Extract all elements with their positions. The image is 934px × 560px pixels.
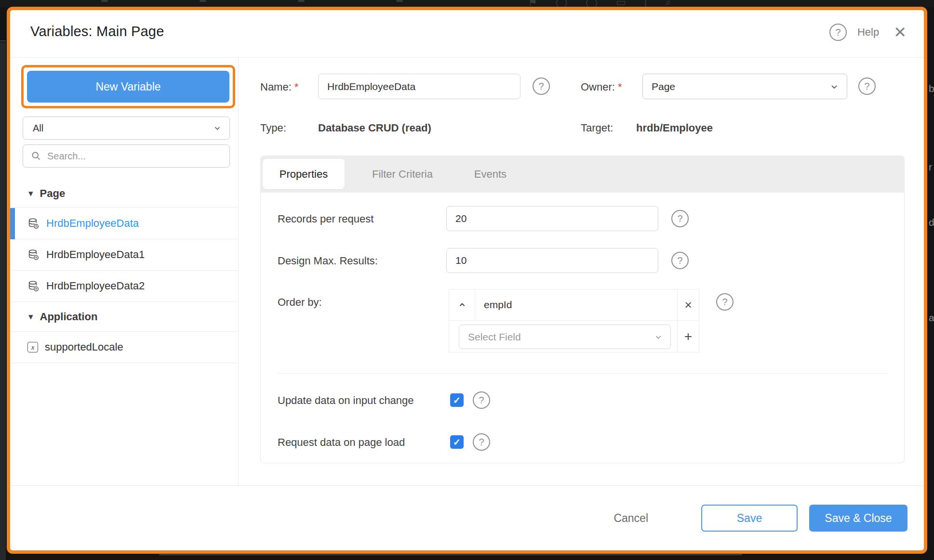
chevron-down-icon — [828, 81, 840, 92]
owner-select[interactable]: Page — [642, 74, 847, 99]
check-icon: ✓ — [453, 438, 461, 447]
variable-filter-value: All — [23, 123, 212, 134]
records-per-request-input[interactable] — [446, 206, 658, 231]
variable-filter-select[interactable]: All — [23, 117, 230, 140]
owner-help-icon[interactable]: ? — [858, 78, 876, 95]
records-per-request-help-icon[interactable]: ? — [671, 210, 689, 227]
database-crud-icon — [27, 218, 40, 230]
sort-direction-button[interactable] — [449, 289, 475, 321]
search-box — [23, 144, 230, 168]
sidebar-item-hrdbemployeedata[interactable]: HrdbEmployeeData — [10, 208, 239, 239]
section-divider — [278, 373, 888, 374]
name-label: Name:* — [260, 81, 298, 93]
check-icon: ✓ — [453, 396, 461, 405]
records-per-request-label: Records per request — [278, 213, 374, 225]
close-icon[interactable]: ✕ — [890, 25, 907, 40]
design-max-results-help-icon[interactable]: ? — [671, 252, 689, 269]
background-left-panel-line — [0, 40, 6, 41]
sidebar-section-application[interactable]: ▾ Application — [10, 302, 239, 332]
sidebar-section-page[interactable]: ▾ Page — [10, 180, 239, 208]
name-input[interactable] — [318, 74, 520, 99]
new-variable-highlight: New Variable — [21, 65, 235, 108]
owner-label: Owner:* — [581, 81, 622, 93]
tab-events[interactable]: Events — [460, 168, 520, 181]
background-clipped-text: r — [929, 161, 932, 173]
update-on-input-change-label: Update data on input change — [278, 394, 414, 407]
select-field-placeholder: Select Field — [459, 331, 653, 343]
variable-detail-panel: Name:* ? Owner:* Page ? Type: Database C… — [239, 58, 924, 485]
remove-order-button[interactable]: × — [677, 289, 699, 321]
request-on-page-load-label: Request data on page load — [278, 436, 405, 449]
design-max-results-label: Design Max. Results: — [278, 255, 378, 267]
required-asterisk: * — [618, 81, 622, 93]
dialog-title: Variables: Main Page — [30, 24, 164, 39]
sidebar-item-hrdbemployeedata1[interactable]: HrdbEmployeeData1 — [10, 239, 239, 271]
background-clipped-text: d — [929, 217, 934, 228]
type-label: Type: — [260, 122, 286, 134]
sidebar-item-supportedlocale[interactable]: x supportedLocale — [10, 332, 239, 363]
variables-sidebar: New Variable All ▾ Page — [10, 58, 239, 485]
background-clipped-text: a — [929, 312, 934, 324]
background-canvas-edge — [159, 554, 742, 555]
target-value: hrdb/Employee — [636, 122, 713, 134]
variables-dialog: Variables: Main Page ? Help ✕ New Variab… — [7, 7, 927, 554]
new-variable-button[interactable]: New Variable — [27, 71, 229, 103]
database-crud-icon — [27, 280, 40, 292]
background-clipped-text: b — [929, 83, 934, 94]
search-input[interactable] — [41, 151, 229, 162]
order-by-field[interactable]: empId — [475, 289, 678, 321]
add-order-button[interactable]: + — [677, 320, 699, 352]
design-max-results-input[interactable] — [446, 248, 658, 273]
cancel-button[interactable]: Cancel — [614, 512, 648, 525]
update-on-input-change-help-icon[interactable]: ? — [473, 391, 490, 409]
request-on-page-load-help-icon[interactable]: ? — [473, 433, 490, 451]
select-field-dropdown[interactable]: Select Field — [459, 325, 671, 349]
properties-tab-panel: Records per request ? Design Max. Result… — [260, 193, 905, 463]
variable-icon: x — [27, 342, 38, 352]
section-collapse-icon[interactable]: ▾ — [28, 311, 33, 322]
help-icon[interactable]: ? — [829, 24, 847, 41]
background-left-panel-edge — [0, 42, 6, 560]
selected-indicator — [10, 208, 15, 239]
order-by-label: Order by: — [278, 296, 322, 309]
request-on-page-load-checkbox[interactable]: ✓ — [450, 435, 464, 449]
search-icon — [31, 151, 41, 161]
name-help-icon[interactable]: ? — [533, 78, 550, 95]
chevron-down-icon — [212, 123, 223, 133]
required-asterisk: * — [294, 81, 299, 93]
tab-properties[interactable]: Properties — [263, 159, 345, 189]
help-link[interactable]: Help — [857, 26, 879, 39]
database-crud-icon — [27, 249, 40, 261]
section-collapse-icon[interactable]: ▾ — [28, 188, 33, 199]
update-on-input-change-checkbox[interactable]: ✓ — [450, 393, 464, 407]
order-by-help-icon[interactable]: ? — [716, 293, 734, 311]
background-toolbar-marks — [101, 0, 403, 2]
save-and-close-button[interactable]: Save & Close — [809, 505, 907, 532]
screen: ⚑ ◯ ◯ ▭ | ⌕ b r d a Variables: Main Page… — [0, 0, 934, 560]
dialog-header: Variables: Main Page ? Help ✕ — [10, 10, 924, 58]
target-label: Target: — [581, 122, 613, 134]
save-button[interactable]: Save — [701, 505, 798, 532]
sidebar-item-hrdbemployeedata2[interactable]: HrdbEmployeeData2 — [10, 271, 239, 302]
order-by-field-value: empId — [475, 299, 512, 311]
detail-tabs: Properties Filter Criteria Events — [260, 156, 905, 193]
dialog-footer: Cancel Save Save & Close — [10, 485, 924, 550]
background-toolbar: ⚑ ◯ ◯ ▭ | ⌕ — [0, 0, 934, 7]
chevron-up-icon — [457, 300, 467, 310]
order-by-new-row-cell: Select Field — [449, 320, 678, 352]
owner-value: Page — [643, 81, 828, 92]
tab-filter-criteria[interactable]: Filter Criteria — [345, 168, 460, 181]
chevron-down-icon — [653, 332, 664, 342]
type-value: Database CRUD (read) — [318, 122, 431, 134]
